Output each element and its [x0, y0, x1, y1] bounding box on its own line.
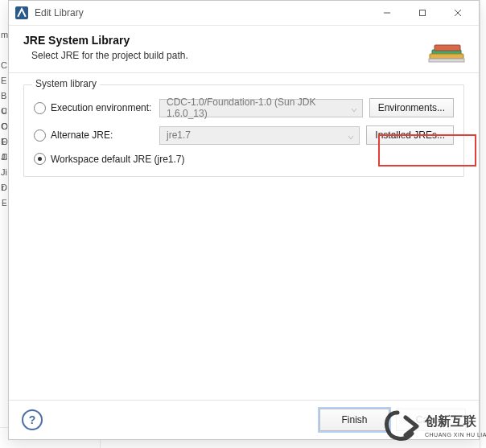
- page-description: Select JRE for the project build path.: [23, 50, 464, 61]
- row-alt-jre: Alternate JRE: jre1.7 Installed JREs...: [34, 125, 454, 145]
- page-title: JRE System Library: [23, 34, 464, 47]
- edit-library-dialog: Edit Library JRE System Library Select J…: [8, 0, 480, 440]
- environments-button[interactable]: Environments...: [369, 98, 454, 117]
- titlebar[interactable]: Edit Library: [9, 1, 479, 26]
- exec-env-value: CDC-1.0/Foundation-1.0 (Sun JDK 1.6.0_13…: [167, 97, 346, 119]
- radio-icon: [34, 102, 46, 114]
- chevron-down-icon: [348, 132, 354, 138]
- dialog-header: JRE System Library Select JRE for the pr…: [9, 26, 479, 73]
- radio-workspace-default[interactable]: Workspace default JRE (jre1.7): [34, 153, 185, 165]
- svg-rect-6: [435, 45, 460, 51]
- row-exec-env: Execution environment: CDC-1.0/Foundatio…: [34, 98, 454, 117]
- maximize-button[interactable]: [405, 2, 440, 24]
- cancel-button[interactable]: Cancel: [396, 409, 466, 431]
- app-icon: [15, 6, 28, 19]
- dialog-content: System library Execution environment: CD…: [9, 73, 479, 188]
- radio-workspace-default-label: Workspace default JRE (jre1.7): [51, 154, 185, 165]
- svg-rect-1: [420, 10, 426, 16]
- group-label: System library: [32, 78, 100, 89]
- row-workspace-default: Workspace default JRE (jre1.7): [34, 153, 454, 165]
- dialog-footer: ? < Back Next > Finish Cancel: [9, 400, 479, 439]
- radio-exec-env-label: Execution environment:: [51, 102, 151, 113]
- svg-rect-7: [429, 59, 464, 62]
- chevron-down-icon: [351, 105, 357, 111]
- library-books-icon: [427, 32, 466, 64]
- finish-button[interactable]: Finish: [319, 409, 389, 431]
- close-button[interactable]: [440, 2, 476, 24]
- svg-rect-5: [430, 54, 463, 59]
- alt-jre-combo[interactable]: jre1.7: [159, 126, 360, 145]
- bg-editor-right: [480, 0, 486, 448]
- window-controls: [369, 2, 476, 24]
- radio-alt-jre-label: Alternate JRE:: [51, 129, 113, 141]
- radio-alt-jre[interactable]: Alternate JRE:: [34, 129, 159, 142]
- system-library-group: System library Execution environment: CD…: [23, 84, 464, 177]
- minimize-button[interactable]: [369, 2, 405, 24]
- help-button[interactable]: ?: [22, 409, 43, 430]
- installed-jres-button[interactable]: Installed JREs...: [366, 125, 454, 145]
- alt-jre-value: jre1.7: [167, 129, 191, 141]
- exec-env-combo[interactable]: CDC-1.0/Foundation-1.0 (Sun JDK 1.6.0_13…: [159, 99, 363, 117]
- radio-icon: [34, 129, 46, 142]
- window-title: Edit Library: [35, 7, 369, 18]
- radio-icon: [34, 153, 46, 165]
- radio-exec-env[interactable]: Execution environment:: [34, 102, 159, 114]
